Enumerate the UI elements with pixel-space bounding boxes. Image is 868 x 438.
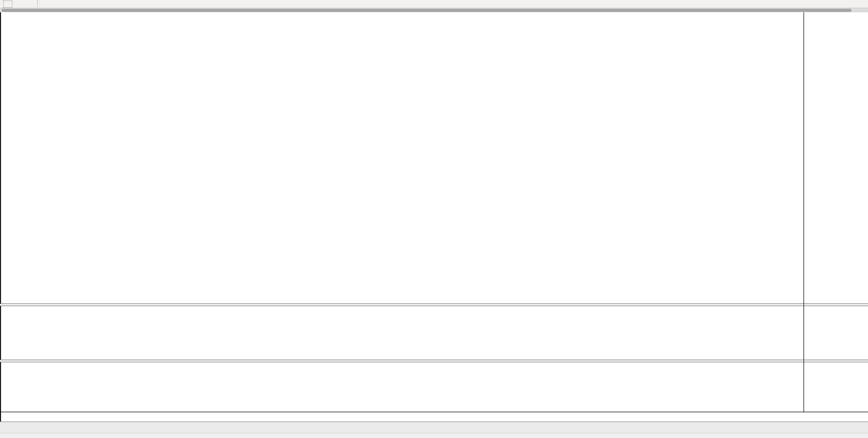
- pane-splitter-rsi[interactable]: [0, 304, 868, 306]
- hscrollbar-thumb[interactable]: [2, 9, 851, 12]
- time-axis-line: [0, 412, 868, 412]
- toolbar-separator: [37, 1, 40, 7]
- chart-title: [4, 14, 8, 20]
- chevron-down-icon[interactable]: [27, 1, 32, 7]
- chart-hscrollbar[interactable]: [0, 8, 868, 12]
- symbol-tab-bar: [0, 422, 868, 433]
- price-axis-line: [804, 12, 804, 412]
- text-tool-button[interactable]: [3, 1, 12, 8]
- arrange-windows-icon[interactable]: [18, 1, 26, 7]
- pane-splitter-macd[interactable]: [0, 360, 868, 362]
- mt4-window: [0, 0, 868, 438]
- toolbar: [0, 0, 868, 8]
- window-bottom-strip: [0, 433, 868, 438]
